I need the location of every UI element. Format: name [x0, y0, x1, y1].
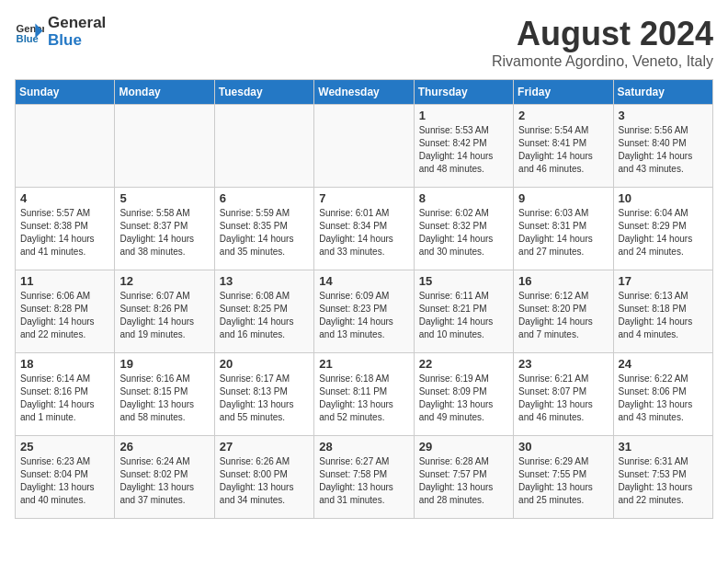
cell-info: Sunrise: 6:31 AMSunset: 7:53 PMDaylight:…: [619, 455, 708, 507]
cell-info: Sunrise: 6:01 AMSunset: 8:34 PMDaylight:…: [319, 207, 408, 259]
cell-1-5: 1Sunrise: 5:53 AMSunset: 8:42 PMDaylight…: [414, 105, 513, 188]
day-number: 28: [319, 440, 408, 454]
day-number: 18: [20, 357, 109, 371]
cell-info: Sunrise: 5:57 AMSunset: 8:38 PMDaylight:…: [20, 207, 109, 259]
header: General Blue General Blue August 2024 Ri…: [15, 15, 713, 70]
cell-info: Sunrise: 6:23 AMSunset: 8:04 PMDaylight:…: [20, 455, 109, 507]
cell-info: Sunrise: 5:54 AMSunset: 8:41 PMDaylight:…: [518, 124, 608, 176]
cell-info: Sunrise: 6:27 AMSunset: 7:58 PMDaylight:…: [319, 455, 408, 507]
cell-info: Sunrise: 6:06 AMSunset: 8:28 PMDaylight:…: [20, 290, 109, 341]
cell-info: Sunrise: 6:19 AMSunset: 8:09 PMDaylight:…: [419, 373, 508, 424]
week-row-2: 4Sunrise: 5:57 AMSunset: 8:38 PMDaylight…: [16, 188, 713, 270]
cell-info: Sunrise: 6:16 AMSunset: 8:15 PMDaylight:…: [119, 373, 209, 424]
logo-general: General: [48, 15, 106, 32]
day-number: 6: [220, 191, 309, 205]
day-number: 12: [119, 274, 209, 288]
cell-info: Sunrise: 6:29 AMSunset: 7:55 PMDaylight:…: [518, 455, 608, 507]
subtitle: Rivamonte Agordino, Veneto, Italy: [492, 53, 713, 70]
day-number: 27: [220, 440, 309, 454]
day-number: 26: [119, 440, 209, 454]
cell-3-1: 11Sunrise: 6:06 AMSunset: 8:28 PMDayligh…: [16, 270, 115, 353]
day-number: 4: [20, 191, 109, 205]
day-number: 30: [518, 440, 608, 454]
cell-info: Sunrise: 6:17 AMSunset: 8:13 PMDaylight:…: [220, 373, 309, 424]
cell-2-1: 4Sunrise: 5:57 AMSunset: 8:38 PMDaylight…: [16, 188, 115, 270]
col-wednesday: Wednesday: [314, 80, 414, 105]
cell-info: Sunrise: 6:12 AMSunset: 8:20 PMDaylight:…: [518, 290, 608, 341]
cell-4-7: 24Sunrise: 6:22 AMSunset: 8:06 PMDayligh…: [613, 353, 712, 436]
cell-2-7: 10Sunrise: 6:04 AMSunset: 8:29 PMDayligh…: [613, 188, 712, 270]
day-number: 14: [319, 274, 408, 288]
week-row-3: 11Sunrise: 6:06 AMSunset: 8:28 PMDayligh…: [16, 270, 713, 353]
logo-blue: Blue: [48, 32, 106, 50]
day-number: 13: [220, 274, 309, 288]
col-thursday: Thursday: [414, 80, 513, 105]
day-number: 15: [419, 274, 508, 288]
cell-info: Sunrise: 6:21 AMSunset: 8:07 PMDaylight:…: [518, 373, 608, 424]
cell-info: Sunrise: 6:18 AMSunset: 8:11 PMDaylight:…: [319, 373, 408, 424]
cell-5-4: 28Sunrise: 6:27 AMSunset: 7:58 PMDayligh…: [314, 436, 414, 519]
cell-3-7: 17Sunrise: 6:13 AMSunset: 8:18 PMDayligh…: [613, 270, 712, 353]
col-friday: Friday: [514, 80, 613, 105]
cell-1-4: [314, 105, 414, 188]
day-number: 3: [619, 109, 708, 122]
day-number: 25: [20, 440, 109, 454]
cell-info: Sunrise: 6:26 AMSunset: 8:00 PMDaylight:…: [220, 455, 309, 507]
cell-info: Sunrise: 6:22 AMSunset: 8:06 PMDaylight:…: [619, 373, 708, 424]
day-number: 19: [119, 357, 209, 371]
cell-1-2: [115, 105, 214, 188]
day-number: 20: [220, 357, 309, 371]
cell-info: Sunrise: 5:59 AMSunset: 8:35 PMDaylight:…: [220, 207, 309, 259]
day-number: 22: [419, 357, 508, 371]
svg-text:Blue: Blue: [17, 33, 39, 44]
day-number: 7: [319, 191, 408, 205]
cell-1-1: [16, 105, 115, 188]
day-number: 2: [518, 109, 608, 122]
day-number: 24: [619, 357, 708, 371]
cell-info: Sunrise: 5:56 AMSunset: 8:40 PMDaylight:…: [619, 124, 708, 176]
col-tuesday: Tuesday: [214, 80, 313, 105]
week-row-1: 1Sunrise: 5:53 AMSunset: 8:42 PMDaylight…: [16, 105, 713, 188]
logo-icon: General Blue: [15, 17, 44, 47]
cell-info: Sunrise: 6:24 AMSunset: 8:02 PMDaylight:…: [119, 455, 209, 507]
cell-2-6: 9Sunrise: 6:03 AMSunset: 8:31 PMDaylight…: [514, 188, 613, 270]
cell-2-5: 8Sunrise: 6:02 AMSunset: 8:32 PMDaylight…: [414, 188, 513, 270]
cell-info: Sunrise: 6:03 AMSunset: 8:31 PMDaylight:…: [518, 207, 608, 259]
cell-info: Sunrise: 6:28 AMSunset: 7:57 PMDaylight:…: [419, 455, 508, 507]
main-title: August 2024: [492, 15, 713, 53]
cell-info: Sunrise: 6:14 AMSunset: 8:16 PMDaylight:…: [20, 373, 109, 424]
cell-2-2: 5Sunrise: 5:58 AMSunset: 8:37 PMDaylight…: [115, 188, 214, 270]
cell-1-3: [214, 105, 313, 188]
col-saturday: Saturday: [613, 80, 712, 105]
cell-4-4: 21Sunrise: 6:18 AMSunset: 8:11 PMDayligh…: [314, 353, 414, 436]
cell-5-6: 30Sunrise: 6:29 AMSunset: 7:55 PMDayligh…: [514, 436, 613, 519]
cell-info: Sunrise: 5:58 AMSunset: 8:37 PMDaylight:…: [119, 207, 209, 259]
cell-5-7: 31Sunrise: 6:31 AMSunset: 7:53 PMDayligh…: [613, 436, 712, 519]
cell-info: Sunrise: 6:02 AMSunset: 8:32 PMDaylight:…: [419, 207, 508, 259]
day-number: 17: [619, 274, 708, 288]
week-row-5: 25Sunrise: 6:23 AMSunset: 8:04 PMDayligh…: [16, 436, 713, 519]
cell-5-3: 27Sunrise: 6:26 AMSunset: 8:00 PMDayligh…: [214, 436, 313, 519]
day-number: 16: [518, 274, 608, 288]
day-number: 8: [419, 191, 508, 205]
day-number: 1: [419, 109, 508, 122]
col-sunday: Sunday: [16, 80, 115, 105]
cell-info: Sunrise: 6:11 AMSunset: 8:21 PMDaylight:…: [419, 290, 508, 341]
cell-info: Sunrise: 6:13 AMSunset: 8:18 PMDaylight:…: [619, 290, 708, 341]
cell-4-1: 18Sunrise: 6:14 AMSunset: 8:16 PMDayligh…: [16, 353, 115, 436]
cell-3-3: 13Sunrise: 6:08 AMSunset: 8:25 PMDayligh…: [214, 270, 313, 353]
cell-info: Sunrise: 6:04 AMSunset: 8:29 PMDaylight:…: [619, 207, 708, 259]
cell-4-5: 22Sunrise: 6:19 AMSunset: 8:09 PMDayligh…: [414, 353, 513, 436]
day-number: 10: [619, 191, 708, 205]
title-area: August 2024 Rivamonte Agordino, Veneto, …: [492, 15, 713, 70]
day-number: 29: [419, 440, 508, 454]
week-row-4: 18Sunrise: 6:14 AMSunset: 8:16 PMDayligh…: [16, 353, 713, 436]
cell-info: Sunrise: 6:07 AMSunset: 8:26 PMDaylight:…: [119, 290, 209, 341]
cell-2-4: 7Sunrise: 6:01 AMSunset: 8:34 PMDaylight…: [314, 188, 414, 270]
cell-4-6: 23Sunrise: 6:21 AMSunset: 8:07 PMDayligh…: [514, 353, 613, 436]
cell-3-2: 12Sunrise: 6:07 AMSunset: 8:26 PMDayligh…: [115, 270, 214, 353]
col-monday: Monday: [115, 80, 214, 105]
day-number: 31: [619, 440, 708, 454]
cell-3-4: 14Sunrise: 6:09 AMSunset: 8:23 PMDayligh…: [314, 270, 414, 353]
cell-3-5: 15Sunrise: 6:11 AMSunset: 8:21 PMDayligh…: [414, 270, 513, 353]
